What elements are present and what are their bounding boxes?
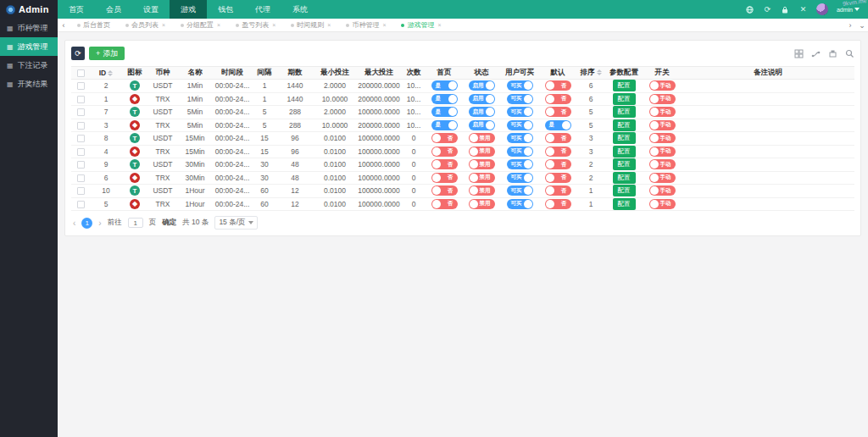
tab-close-icon[interactable]: × (162, 22, 165, 28)
toggle-buyable[interactable]: 可买 (507, 94, 533, 104)
tab-2[interactable]: 分组配置× (173, 19, 228, 32)
next-page-icon[interactable]: › (98, 218, 101, 228)
toggle-home[interactable]: 否 (431, 199, 458, 209)
language-icon[interactable] (745, 5, 754, 14)
tabs-menu-icon[interactable]: ⌄ (856, 21, 868, 30)
goto-confirm-button[interactable]: 确定 (162, 218, 176, 228)
toggle-buyable[interactable]: 可买 (507, 147, 533, 157)
tab-5[interactable]: 币种管理× (338, 19, 393, 32)
toggle-dft[interactable]: 否 (545, 107, 571, 117)
nav-item-2[interactable]: 设置 (132, 0, 170, 19)
toggle-status[interactable]: 启用 (469, 120, 495, 130)
row-checkbox[interactable] (77, 108, 85, 116)
config-button[interactable]: 配置 (613, 198, 636, 210)
toggle-switch[interactable]: 手动 (649, 199, 676, 209)
nav-item-0[interactable]: 首页 (58, 0, 95, 19)
toggle-status[interactable]: 禁用 (469, 133, 495, 143)
toggle-status[interactable]: 禁用 (469, 147, 495, 157)
toggle-buyable[interactable]: 可买 (507, 133, 533, 143)
prev-page-icon[interactable]: ‹ (73, 218, 75, 228)
goto-page-input[interactable] (128, 218, 143, 228)
toggle-buyable[interactable]: 可买 (507, 185, 533, 196)
tab-close-icon[interactable]: × (382, 22, 386, 28)
toggle-status[interactable]: 禁用 (469, 159, 495, 169)
toggle-home[interactable]: 是 (431, 107, 458, 117)
config-button[interactable]: 配置 (613, 119, 636, 131)
config-button[interactable]: 配置 (613, 146, 636, 158)
nav-item-5[interactable]: 代理 (244, 0, 281, 19)
toggle-switch[interactable]: 手动 (649, 159, 676, 169)
nav-item-3[interactable]: 游戏 (170, 0, 207, 19)
sidebar-item-2[interactable]: ▦下注记录 (0, 56, 58, 75)
avatar[interactable] (816, 3, 828, 15)
row-checkbox[interactable] (77, 201, 85, 208)
config-button[interactable]: 配置 (613, 106, 636, 118)
toggle-dft[interactable]: 否 (545, 133, 571, 143)
column-header-14[interactable]: 排序 (576, 67, 605, 80)
tab-4[interactable]: 时间规则× (283, 19, 338, 32)
tab-0[interactable]: 后台首页 (70, 19, 118, 32)
toggle-home[interactable]: 否 (431, 147, 458, 157)
add-button[interactable]: + 添加 (89, 47, 125, 60)
toggle-switch[interactable]: 手动 (649, 107, 676, 117)
toggle-dft[interactable]: 否 (545, 199, 571, 209)
export-icon[interactable] (811, 49, 821, 58)
refresh-icon[interactable]: ⟳ (763, 5, 772, 14)
toggle-switch[interactable]: 手动 (649, 185, 676, 196)
tab-1[interactable]: 会员列表× (118, 19, 173, 32)
config-button[interactable]: 配置 (613, 93, 636, 105)
toggle-buyable[interactable]: 可买 (507, 199, 533, 209)
toggle-switch[interactable]: 手动 (649, 133, 676, 143)
toggle-switch[interactable]: 手动 (649, 173, 676, 183)
toggle-dft[interactable]: 否 (545, 159, 571, 169)
column-header-0[interactable]: ID (90, 67, 122, 80)
per-page-select[interactable]: 15 条/页 (214, 216, 257, 230)
row-checkbox[interactable] (77, 82, 85, 90)
page-number[interactable]: 1 (81, 218, 92, 229)
toggle-home[interactable]: 是 (431, 94, 458, 104)
toggle-home[interactable]: 否 (431, 159, 458, 169)
sort-icon[interactable] (597, 69, 602, 75)
toggle-home[interactable]: 是 (431, 80, 458, 91)
nav-item-4[interactable]: 钱包 (207, 0, 244, 19)
config-button[interactable]: 配置 (613, 185, 636, 196)
toggle-dft[interactable]: 否 (545, 173, 571, 183)
toggle-dft[interactable]: 否 (545, 94, 571, 104)
tab-6[interactable]: 游戏管理× (393, 19, 448, 32)
lock-icon[interactable] (781, 5, 790, 14)
row-checkbox[interactable] (77, 161, 85, 169)
row-checkbox[interactable] (77, 96, 85, 103)
toggle-status[interactable]: 启用 (469, 94, 495, 104)
toggle-switch[interactable]: 手动 (649, 80, 676, 91)
fullscreen-icon[interactable]: ✕ (798, 5, 808, 14)
tabs-scroll-right-icon[interactable]: › (844, 21, 856, 30)
config-button[interactable]: 配置 (613, 172, 636, 184)
toggle-home[interactable]: 否 (431, 173, 458, 183)
row-checkbox[interactable] (77, 174, 85, 182)
toggle-dft[interactable]: 是 (545, 120, 571, 130)
columns-icon[interactable] (794, 49, 804, 58)
search-icon[interactable] (845, 49, 854, 58)
select-all-checkbox[interactable] (77, 69, 85, 77)
tab-close-icon[interactable]: × (437, 22, 441, 28)
tabs-scroll-left-icon[interactable]: ‹ (58, 21, 70, 30)
print-icon[interactable] (828, 49, 837, 58)
row-checkbox[interactable] (77, 135, 85, 142)
sidebar-item-0[interactable]: ▦币种管理 (0, 19, 58, 37)
row-checkbox[interactable] (77, 122, 85, 130)
tab-close-icon[interactable]: × (327, 22, 331, 28)
sidebar-item-3[interactable]: ▦开奖结果 (0, 75, 58, 93)
config-button[interactable]: 配置 (613, 80, 636, 91)
toggle-status[interactable]: 禁用 (469, 185, 495, 196)
toggle-buyable[interactable]: 可买 (507, 173, 533, 183)
toggle-dft[interactable]: 否 (545, 185, 571, 196)
sort-icon[interactable] (108, 70, 113, 76)
toggle-buyable[interactable]: 可买 (507, 107, 533, 117)
toggle-dft[interactable]: 否 (545, 80, 571, 91)
config-button[interactable]: 配置 (613, 132, 636, 144)
toggle-home[interactable]: 是 (431, 120, 458, 130)
row-checkbox[interactable] (77, 187, 85, 195)
config-button[interactable]: 配置 (613, 158, 636, 170)
refresh-button[interactable]: ⟳ (71, 47, 85, 60)
toggle-buyable[interactable]: 可买 (507, 80, 533, 91)
